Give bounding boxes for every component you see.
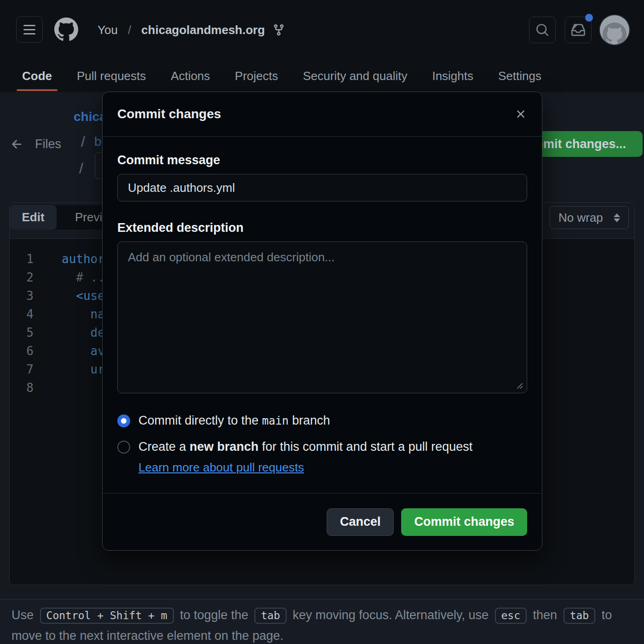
breadcrumb-user[interactable]: You (98, 23, 118, 37)
commit-changes-button[interactable]: Commit changes (401, 508, 527, 536)
close-dialog-button[interactable] (511, 104, 531, 124)
tab-actions[interactable]: Actions (171, 60, 210, 92)
kbd-tab: tab (254, 608, 287, 624)
extended-description-label: Extended description (117, 221, 527, 235)
radio-branch-text: for this commit and start a pull request (259, 440, 472, 454)
line-number: 4 (10, 305, 34, 323)
radio-new-branch[interactable]: Create a new branch for this commit and … (117, 440, 527, 454)
learn-more-link[interactable]: Learn more about pull requests (138, 460, 304, 475)
dialog-title: Commit changes (117, 107, 221, 121)
hint-text: key moving focus. Alternatively, use (289, 608, 492, 622)
dialog-body: Commit message Extended description Comm… (103, 137, 542, 475)
line-number: 7 (10, 360, 34, 379)
inbox-icon (571, 23, 585, 37)
header-actions (529, 15, 629, 45)
breadcrumb-slash: / (79, 160, 83, 177)
hint-text: then (529, 608, 561, 622)
line-number: 3 (10, 287, 34, 305)
dialog-footer: Cancel Commit changes (103, 493, 542, 550)
repo-forked-icon (272, 23, 285, 36)
keyboard-hint-bar: Use Control + Shift + m to toggle the ta… (0, 599, 644, 644)
select-carets-icon (614, 213, 620, 222)
cancel-button[interactable]: Cancel (327, 508, 394, 536)
tab-projects[interactable]: Projects (235, 60, 278, 92)
radio-unselected-icon[interactable] (117, 441, 130, 454)
hint-text: to toggle the (177, 608, 252, 622)
wrap-mode-select[interactable]: No wrap (550, 206, 629, 229)
line-number: 5 (10, 323, 34, 342)
notification-dot (585, 14, 593, 22)
kbd-tab: tab (564, 608, 596, 624)
close-icon (514, 108, 527, 121)
commit-changes-dialog: Commit changes Commit message Extended d… (102, 92, 542, 551)
line-number: 1 (10, 250, 34, 268)
files-label: Files (35, 137, 61, 151)
breadcrumb-separator: / (128, 23, 131, 37)
tab-settings[interactable]: Settings (498, 60, 541, 92)
breadcrumb-slash: / (81, 133, 85, 150)
commit-message-label: Commit message (117, 153, 527, 167)
hint-text: Use (12, 608, 37, 622)
hamburger-menu-button[interactable] (16, 16, 43, 43)
search-button[interactable] (529, 17, 556, 43)
dialog-header: Commit changes (103, 92, 542, 137)
radio-direct-text: Commit directly to the (138, 414, 262, 427)
radio-commit-direct[interactable]: Commit directly to the main branch (117, 414, 527, 428)
tab-code[interactable]: Code (22, 60, 52, 92)
files-back-link[interactable]: Files (10, 137, 61, 151)
branch-name-code: main (262, 414, 289, 427)
tab-insights[interactable]: Insights (432, 60, 473, 92)
wrap-mode-value: No wrap (558, 211, 603, 225)
top-header: You / chicagolandmesh.org (0, 0, 644, 60)
extended-description-textarea[interactable] (117, 242, 527, 393)
breadcrumb: You / chicagolandmesh.org (98, 0, 285, 60)
tab-pull-requests[interactable]: Pull requests (77, 60, 146, 92)
commit-message-input[interactable] (117, 174, 527, 201)
radio-selected-icon[interactable] (117, 414, 130, 427)
line-number: 8 (10, 379, 34, 397)
file-breadcrumb-folder[interactable]: b (94, 134, 102, 149)
tab-security-and-quality[interactable]: Security and quality (303, 60, 408, 92)
avatar[interactable] (600, 15, 629, 45)
notifications-button[interactable] (565, 17, 592, 43)
search-icon (535, 23, 549, 37)
radio-direct-text: branch (288, 414, 330, 427)
tab-edit[interactable]: Edit (10, 205, 57, 230)
kbd-control-shift-m: Control + Shift + m (40, 608, 174, 624)
github-logo[interactable] (54, 17, 78, 41)
hamburger-icon (23, 25, 35, 34)
radio-branch-bold-text: new branch (190, 440, 259, 454)
line-number: 6 (10, 342, 34, 360)
arrow-left-icon (10, 138, 24, 151)
radio-branch-text: Create a (138, 440, 190, 454)
breadcrumb-repo[interactable]: chicagolandmesh.org (141, 23, 265, 37)
kbd-esc: esc (495, 608, 527, 624)
line-number: 2 (10, 268, 34, 287)
repo-nav-tabs: Code Pull requests Actions Projects Secu… (0, 60, 644, 92)
